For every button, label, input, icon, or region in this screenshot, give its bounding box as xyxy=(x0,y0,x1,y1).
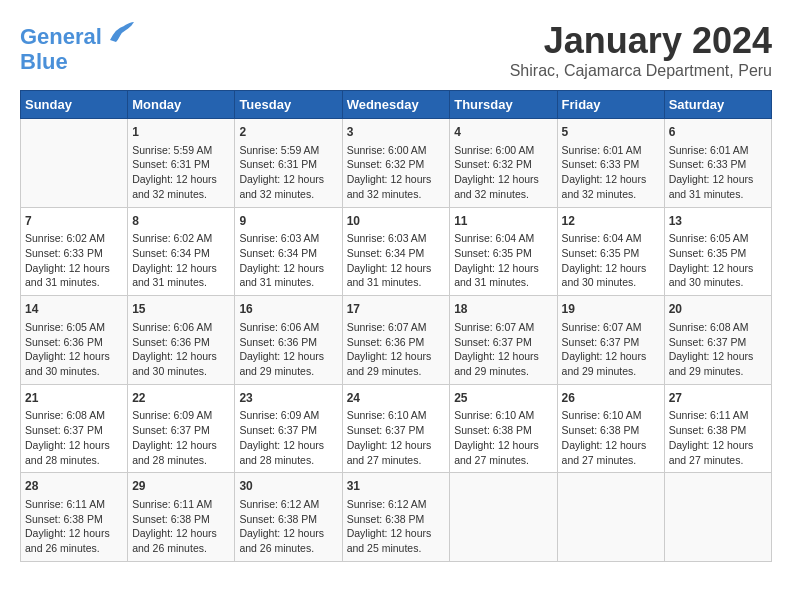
week-row-5: 28Sunrise: 6:11 AM Sunset: 6:38 PM Dayli… xyxy=(21,473,772,562)
day-info: Sunrise: 6:06 AM Sunset: 6:36 PM Dayligh… xyxy=(239,320,337,379)
day-info: Sunrise: 6:11 AM Sunset: 6:38 PM Dayligh… xyxy=(25,497,123,556)
calendar-cell: 17Sunrise: 6:07 AM Sunset: 6:36 PM Dayli… xyxy=(342,296,450,385)
day-info: Sunrise: 6:05 AM Sunset: 6:35 PM Dayligh… xyxy=(669,231,767,290)
header-tuesday: Tuesday xyxy=(235,91,342,119)
day-info: Sunrise: 6:07 AM Sunset: 6:37 PM Dayligh… xyxy=(562,320,660,379)
calendar-cell: 19Sunrise: 6:07 AM Sunset: 6:37 PM Dayli… xyxy=(557,296,664,385)
day-info: Sunrise: 5:59 AM Sunset: 6:31 PM Dayligh… xyxy=(132,143,230,202)
day-info: Sunrise: 6:00 AM Sunset: 6:32 PM Dayligh… xyxy=(347,143,446,202)
calendar-cell: 16Sunrise: 6:06 AM Sunset: 6:36 PM Dayli… xyxy=(235,296,342,385)
week-row-2: 7Sunrise: 6:02 AM Sunset: 6:33 PM Daylig… xyxy=(21,207,772,296)
day-info: Sunrise: 6:07 AM Sunset: 6:36 PM Dayligh… xyxy=(347,320,446,379)
subtitle: Shirac, Cajamarca Department, Peru xyxy=(510,62,772,80)
header: General Blue January 2024 Shirac, Cajama… xyxy=(20,20,772,80)
day-number: 4 xyxy=(454,124,552,141)
day-info: Sunrise: 6:02 AM Sunset: 6:33 PM Dayligh… xyxy=(25,231,123,290)
day-number: 6 xyxy=(669,124,767,141)
calendar-cell: 23Sunrise: 6:09 AM Sunset: 6:37 PM Dayli… xyxy=(235,384,342,473)
calendar-cell: 8Sunrise: 6:02 AM Sunset: 6:34 PM Daylig… xyxy=(128,207,235,296)
day-number: 9 xyxy=(239,213,337,230)
day-number: 14 xyxy=(25,301,123,318)
calendar-cell xyxy=(557,473,664,562)
calendar-cell: 27Sunrise: 6:11 AM Sunset: 6:38 PM Dayli… xyxy=(664,384,771,473)
calendar-table: SundayMondayTuesdayWednesdayThursdayFrid… xyxy=(20,90,772,562)
week-row-1: 1Sunrise: 5:59 AM Sunset: 6:31 PM Daylig… xyxy=(21,119,772,208)
day-number: 11 xyxy=(454,213,552,230)
calendar-cell: 29Sunrise: 6:11 AM Sunset: 6:38 PM Dayli… xyxy=(128,473,235,562)
header-friday: Friday xyxy=(557,91,664,119)
day-number: 22 xyxy=(132,390,230,407)
day-number: 7 xyxy=(25,213,123,230)
day-info: Sunrise: 6:01 AM Sunset: 6:33 PM Dayligh… xyxy=(669,143,767,202)
calendar-cell: 25Sunrise: 6:10 AM Sunset: 6:38 PM Dayli… xyxy=(450,384,557,473)
calendar-cell: 26Sunrise: 6:10 AM Sunset: 6:38 PM Dayli… xyxy=(557,384,664,473)
day-info: Sunrise: 6:10 AM Sunset: 6:38 PM Dayligh… xyxy=(562,408,660,467)
calendar-cell: 30Sunrise: 6:12 AM Sunset: 6:38 PM Dayli… xyxy=(235,473,342,562)
day-number: 28 xyxy=(25,478,123,495)
day-info: Sunrise: 6:08 AM Sunset: 6:37 PM Dayligh… xyxy=(25,408,123,467)
header-monday: Monday xyxy=(128,91,235,119)
logo-text-general: General xyxy=(20,25,102,49)
calendar-cell: 12Sunrise: 6:04 AM Sunset: 6:35 PM Dayli… xyxy=(557,207,664,296)
calendar-cell: 7Sunrise: 6:02 AM Sunset: 6:33 PM Daylig… xyxy=(21,207,128,296)
day-number: 19 xyxy=(562,301,660,318)
day-number: 27 xyxy=(669,390,767,407)
day-number: 29 xyxy=(132,478,230,495)
calendar-cell: 1Sunrise: 5:59 AM Sunset: 6:31 PM Daylig… xyxy=(128,119,235,208)
logo-bird-icon xyxy=(106,20,136,54)
day-info: Sunrise: 6:01 AM Sunset: 6:33 PM Dayligh… xyxy=(562,143,660,202)
calendar-cell: 22Sunrise: 6:09 AM Sunset: 6:37 PM Dayli… xyxy=(128,384,235,473)
day-number: 15 xyxy=(132,301,230,318)
day-number: 2 xyxy=(239,124,337,141)
main-title: January 2024 xyxy=(510,20,772,62)
day-number: 13 xyxy=(669,213,767,230)
calendar-cell xyxy=(664,473,771,562)
calendar-cell xyxy=(450,473,557,562)
day-info: Sunrise: 6:10 AM Sunset: 6:37 PM Dayligh… xyxy=(347,408,446,467)
day-info: Sunrise: 6:04 AM Sunset: 6:35 PM Dayligh… xyxy=(562,231,660,290)
calendar-cell: 15Sunrise: 6:06 AM Sunset: 6:36 PM Dayli… xyxy=(128,296,235,385)
day-number: 21 xyxy=(25,390,123,407)
calendar-cell: 10Sunrise: 6:03 AM Sunset: 6:34 PM Dayli… xyxy=(342,207,450,296)
day-number: 25 xyxy=(454,390,552,407)
calendar-cell: 13Sunrise: 6:05 AM Sunset: 6:35 PM Dayli… xyxy=(664,207,771,296)
calendar-cell: 6Sunrise: 6:01 AM Sunset: 6:33 PM Daylig… xyxy=(664,119,771,208)
header-wednesday: Wednesday xyxy=(342,91,450,119)
day-number: 31 xyxy=(347,478,446,495)
header-sunday: Sunday xyxy=(21,91,128,119)
calendar-cell: 9Sunrise: 6:03 AM Sunset: 6:34 PM Daylig… xyxy=(235,207,342,296)
calendar-cell: 18Sunrise: 6:07 AM Sunset: 6:37 PM Dayli… xyxy=(450,296,557,385)
day-info: Sunrise: 5:59 AM Sunset: 6:31 PM Dayligh… xyxy=(239,143,337,202)
day-number: 18 xyxy=(454,301,552,318)
header-saturday: Saturday xyxy=(664,91,771,119)
day-info: Sunrise: 6:12 AM Sunset: 6:38 PM Dayligh… xyxy=(347,497,446,556)
week-row-4: 21Sunrise: 6:08 AM Sunset: 6:37 PM Dayli… xyxy=(21,384,772,473)
calendar-cell xyxy=(21,119,128,208)
day-info: Sunrise: 6:02 AM Sunset: 6:34 PM Dayligh… xyxy=(132,231,230,290)
day-number: 10 xyxy=(347,213,446,230)
day-info: Sunrise: 6:10 AM Sunset: 6:38 PM Dayligh… xyxy=(454,408,552,467)
day-number: 26 xyxy=(562,390,660,407)
day-info: Sunrise: 6:06 AM Sunset: 6:36 PM Dayligh… xyxy=(132,320,230,379)
day-number: 8 xyxy=(132,213,230,230)
day-info: Sunrise: 6:11 AM Sunset: 6:38 PM Dayligh… xyxy=(132,497,230,556)
logo: General Blue xyxy=(20,20,136,74)
day-number: 1 xyxy=(132,124,230,141)
day-number: 3 xyxy=(347,124,446,141)
calendar-cell: 3Sunrise: 6:00 AM Sunset: 6:32 PM Daylig… xyxy=(342,119,450,208)
day-info: Sunrise: 6:03 AM Sunset: 6:34 PM Dayligh… xyxy=(239,231,337,290)
calendar-cell: 21Sunrise: 6:08 AM Sunset: 6:37 PM Dayli… xyxy=(21,384,128,473)
day-info: Sunrise: 6:12 AM Sunset: 6:38 PM Dayligh… xyxy=(239,497,337,556)
day-info: Sunrise: 6:03 AM Sunset: 6:34 PM Dayligh… xyxy=(347,231,446,290)
calendar-cell: 24Sunrise: 6:10 AM Sunset: 6:37 PM Dayli… xyxy=(342,384,450,473)
day-info: Sunrise: 6:09 AM Sunset: 6:37 PM Dayligh… xyxy=(239,408,337,467)
header-row: SundayMondayTuesdayWednesdayThursdayFrid… xyxy=(21,91,772,119)
day-number: 12 xyxy=(562,213,660,230)
calendar-cell: 11Sunrise: 6:04 AM Sunset: 6:35 PM Dayli… xyxy=(450,207,557,296)
title-section: January 2024 Shirac, Cajamarca Departmen… xyxy=(510,20,772,80)
day-info: Sunrise: 6:08 AM Sunset: 6:37 PM Dayligh… xyxy=(669,320,767,379)
day-info: Sunrise: 6:11 AM Sunset: 6:38 PM Dayligh… xyxy=(669,408,767,467)
day-number: 20 xyxy=(669,301,767,318)
calendar-cell: 14Sunrise: 6:05 AM Sunset: 6:36 PM Dayli… xyxy=(21,296,128,385)
calendar-cell: 31Sunrise: 6:12 AM Sunset: 6:38 PM Dayli… xyxy=(342,473,450,562)
